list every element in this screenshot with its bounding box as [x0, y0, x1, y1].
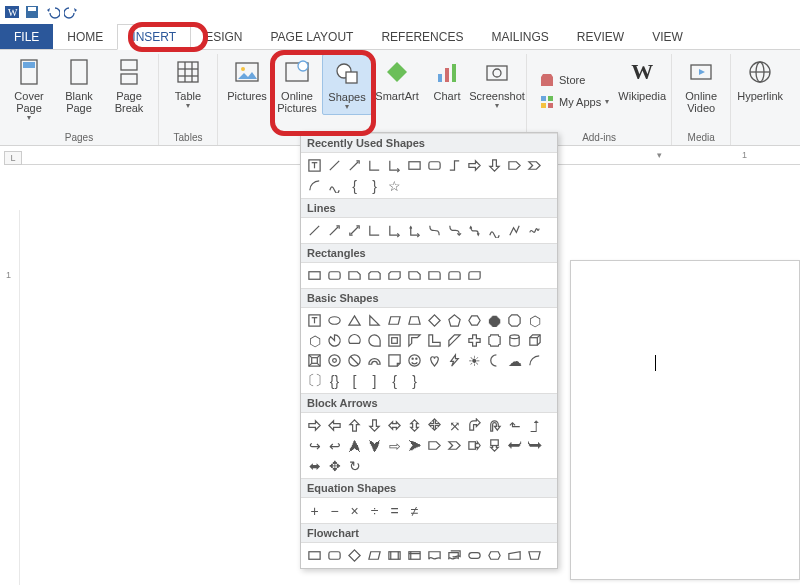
shape-cloud[interactable]: ☁: [505, 351, 524, 370]
chart-button[interactable]: Chart: [422, 54, 472, 104]
shape-arc[interactable]: [305, 176, 324, 195]
shape-curved-left[interactable]: ↩: [325, 436, 344, 455]
shape-pie[interactable]: [325, 331, 344, 350]
shape-can[interactable]: [505, 331, 524, 350]
shape-right-triangle[interactable]: [365, 311, 384, 330]
blank-page-button[interactable]: Blank Page: [54, 54, 104, 116]
shape-fc-internal-storage[interactable]: [405, 546, 424, 565]
shape-rectangle[interactable]: [405, 156, 424, 175]
shape-fc-alt-process[interactable]: [325, 546, 344, 565]
shape-elbow-arrow-connector[interactable]: [385, 221, 404, 240]
shape-curved-right[interactable]: ↪: [305, 436, 324, 455]
online-video-button[interactable]: Online Video: [676, 54, 726, 116]
shape-bevel[interactable]: [305, 351, 324, 370]
shape-fc-manual-input[interactable]: [505, 546, 524, 565]
shape-pentagon[interactable]: [445, 311, 464, 330]
shape-cube[interactable]: [525, 331, 544, 350]
shape-left-up-arrow[interactable]: ⬑: [505, 416, 524, 435]
shape-chevron[interactable]: [525, 156, 544, 175]
shape-textbox2[interactable]: [305, 311, 324, 330]
tab-references[interactable]: REFERENCES: [367, 24, 477, 49]
shape-line[interactable]: [325, 156, 344, 175]
shape-sun[interactable]: ☀: [465, 351, 484, 370]
shape-heart[interactable]: [425, 351, 444, 370]
shape-donut[interactable]: [325, 351, 344, 370]
shape-parallelogram[interactable]: [385, 311, 404, 330]
shape-curved-down[interactable]: ⮟: [365, 436, 384, 455]
shape-pentagon-arrow2[interactable]: [425, 436, 444, 455]
shape-frame[interactable]: [385, 331, 404, 350]
store-button[interactable]: Store: [535, 70, 589, 90]
shape-double-bracket[interactable]: 〔〕: [305, 371, 324, 390]
shape-snip-same[interactable]: [365, 266, 384, 285]
shape-down-arrow2[interactable]: [365, 416, 384, 435]
tab-file[interactable]: FILE: [0, 24, 53, 49]
tab-page-layout[interactable]: PAGE LAYOUT: [256, 24, 367, 49]
shape-round-single[interactable]: [425, 266, 444, 285]
shape-left-arrow[interactable]: [325, 416, 344, 435]
shape-equal[interactable]: =: [385, 501, 404, 520]
shape-double-brace[interactable]: {}: [325, 371, 344, 390]
shape-fc-decision[interactable]: [345, 546, 364, 565]
shape-left-callout[interactable]: ⮨: [505, 436, 524, 455]
shape-bent-up-arrow[interactable]: ⮥: [525, 416, 544, 435]
shape-left-brace[interactable]: {: [345, 176, 364, 195]
shape-right-brace2[interactable]: }: [405, 371, 424, 390]
shape-arrow-line[interactable]: [325, 221, 344, 240]
shape-left-right-arrow[interactable]: [385, 416, 404, 435]
shape-line-arrow[interactable]: [345, 156, 364, 175]
shape-right-bracket[interactable]: ]: [365, 371, 384, 390]
shape-circular-arrow[interactable]: ↻: [345, 456, 364, 475]
shape-up-callout[interactable]: ⮩: [525, 436, 544, 455]
shape-quad-arrow[interactable]: [425, 416, 444, 435]
shape-elbow-double-arrow[interactable]: [405, 221, 424, 240]
table-button[interactable]: Table▾: [163, 54, 213, 113]
shape-round-rect[interactable]: [325, 266, 344, 285]
shape-octagon[interactable]: [505, 311, 524, 330]
cover-page-button[interactable]: Cover Page▾: [4, 54, 54, 125]
shape-striped-right[interactable]: ⇨: [385, 436, 404, 455]
shape-curved-double-arrow[interactable]: [465, 221, 484, 240]
shape-snip-round[interactable]: [405, 266, 424, 285]
shape-left-brace2[interactable]: {: [385, 371, 404, 390]
shape-left-right-callout[interactable]: ⬌: [305, 456, 324, 475]
shapes-button[interactable]: Shapes▾: [322, 54, 372, 115]
shape-round-same[interactable]: [445, 266, 464, 285]
shape-smiley[interactable]: [405, 351, 424, 370]
shape-fc-data[interactable]: [365, 546, 384, 565]
shape-minus[interactable]: −: [325, 501, 344, 520]
smartart-button[interactable]: SmartArt: [372, 54, 422, 104]
shape-chevron2[interactable]: [445, 436, 464, 455]
shape-curve2[interactable]: [485, 221, 504, 240]
shape-block-arc[interactable]: [365, 351, 384, 370]
tab-insert[interactable]: INSERT: [117, 24, 191, 50]
shape-right-arrow2[interactable]: [305, 416, 324, 435]
shape-rect[interactable]: [305, 266, 324, 285]
shape-heptagon[interactable]: ⯃: [485, 311, 504, 330]
shape-notched-right[interactable]: ⮞: [405, 436, 424, 455]
shape-lightning[interactable]: [445, 351, 464, 370]
shape-pentagon-arrow[interactable]: [505, 156, 524, 175]
tab-review[interactable]: REVIEW: [563, 24, 638, 49]
shape-diagonal-stripe[interactable]: [445, 331, 464, 350]
shape-half-frame[interactable]: [405, 331, 424, 350]
vertical-ruler[interactable]: 1: [2, 210, 20, 585]
shape-uturn-arrow[interactable]: [485, 416, 504, 435]
shape-not-equal[interactable]: ≠: [405, 501, 424, 520]
shape-quad-callout[interactable]: ✥: [325, 456, 344, 475]
page-break-button[interactable]: Page Break: [104, 54, 154, 116]
shape-diamond[interactable]: [425, 311, 444, 330]
shape-l-shape[interactable]: [425, 331, 444, 350]
tab-mailings[interactable]: MAILINGS: [477, 24, 562, 49]
shape-curve[interactable]: [325, 176, 344, 195]
redo-icon[interactable]: [64, 4, 80, 20]
undo-icon[interactable]: [44, 4, 60, 20]
shape-multiply[interactable]: ×: [345, 501, 364, 520]
shape-curved-up[interactable]: ⮝: [345, 436, 364, 455]
shape-scribble[interactable]: [525, 221, 544, 240]
shape-teardrop[interactable]: [365, 331, 384, 350]
shape-snip-diag[interactable]: [385, 266, 404, 285]
shape-curved-connector[interactable]: [425, 221, 444, 240]
shape-plaque[interactable]: [485, 331, 504, 350]
shape-chord[interactable]: [345, 331, 364, 350]
